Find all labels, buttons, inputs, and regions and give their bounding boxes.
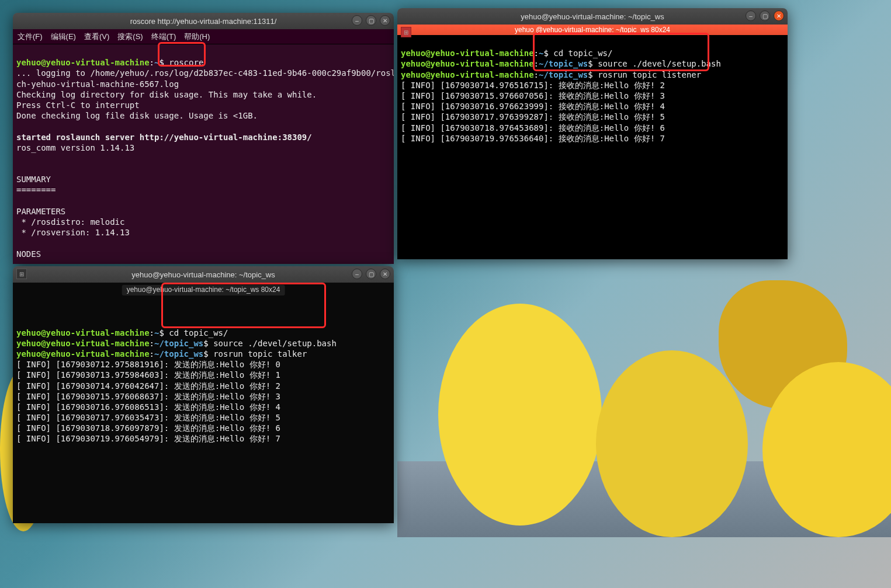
output-line: * /rosversion: 1.14.13: [16, 228, 130, 237]
output-line: ros_comm version 1.14.13: [16, 143, 134, 152]
menu-terminal[interactable]: 终端(T): [151, 32, 176, 42]
window-controls: – ▢ ✕: [352, 15, 390, 26]
command-text: source ./devel/setup.bash: [598, 59, 721, 68]
command-text: source ./devel/setup.bash: [213, 339, 337, 348]
prompt-path: ~/topic_ws: [539, 59, 588, 68]
output-line: Checking log directory for disk usage. T…: [16, 90, 317, 99]
window-title: yehuo@yehuo-virtual-machine: ~/topic_ws: [521, 12, 664, 21]
minimize-button[interactable]: –: [352, 269, 362, 279]
window-controls: – ▢ ✕: [352, 269, 390, 279]
terminal-size-label: yehuo@yehuo-virtual-machine: ~/topic_ws …: [122, 285, 285, 295]
prompt-path: ~/topic_ws: [539, 70, 588, 79]
terminal-body[interactable]: yehuo@yehuo-virtual-machine: ~/topic_ws …: [13, 283, 394, 523]
terminal-window-roscore[interactable]: roscore http://yehuo-virtual-machine:113…: [13, 13, 394, 264]
command-text: roscore: [169, 58, 203, 67]
titlebar[interactable]: ⊞ yehuo@yehuo-virtual-machine: ~/topic_w…: [13, 266, 394, 283]
menu-file[interactable]: 文件(F): [18, 32, 43, 42]
info-line: [ INFO] [1679030718.976453689]: 接收的消息:He…: [401, 123, 665, 133]
window-title: yehuo@yehuo-virtual-machine: ~/topic_ws: [131, 270, 275, 279]
info-line: [ INFO] [1679030719.976054979]: 发送的消息:He…: [16, 434, 280, 443]
minimize-button[interactable]: –: [352, 15, 362, 26]
menu-view[interactable]: 查看(V): [84, 32, 109, 42]
info-line: [ INFO] [1679030715.976068637]: 发送的消息:He…: [16, 392, 280, 401]
info-line: [ INFO] [1679030714.976516715]: 接收的消息:He…: [401, 81, 665, 90]
output-line: ========: [16, 185, 56, 194]
info-line: [ INFO] [1679030713.975984603]: 发送的消息:He…: [16, 370, 280, 380]
window-title: roscore http://yehuo-virtual-machine:113…: [130, 17, 277, 26]
output-line: ch-yehuo-virtual-machine-6567.log: [16, 79, 179, 89]
close-button[interactable]: ✕: [774, 11, 784, 21]
maximize-button[interactable]: ▢: [366, 269, 376, 279]
output-line: Done checking log file disk usage. Usage…: [16, 111, 258, 120]
info-line: [ INFO] [1679030716.976623999]: 接收的消息:He…: [401, 102, 665, 111]
command-text: rosrun topic talker: [213, 349, 307, 359]
prompt-user: yehuo@yehuo-virtual-machine: [401, 48, 534, 58]
info-line: [ INFO] [1679030714.976042647]: 发送的消息:He…: [16, 381, 280, 391]
menubar: 文件(F) 编辑(E) 查看(V) 搜索(S) 终端(T) 帮助(H): [13, 29, 394, 44]
terminal-window-listener[interactable]: yehuo@yehuo-virtual-machine: ~/topic_ws …: [397, 8, 788, 259]
close-button[interactable]: ✕: [380, 269, 390, 279]
output-line: NODES: [16, 249, 41, 259]
info-line: [ INFO] [1679030712.975881916]: 发送的消息:He…: [16, 360, 280, 369]
minimize-button[interactable]: –: [746, 11, 756, 21]
menu-help[interactable]: 帮助(H): [184, 32, 210, 42]
output-line: Press Ctrl-C to interrupt: [16, 100, 140, 110]
split-icon[interactable]: ⊞: [16, 269, 27, 279]
menu-search[interactable]: 搜索(S): [117, 32, 143, 42]
prompt-user: yehuo@yehuo-virtual-machine: [16, 328, 150, 338]
active-tab-bar[interactable]: ⊞ yehuo @yehuo-virtual-machine: ~/topic_…: [397, 25, 788, 35]
prompt-user: yehuo@yehuo-virtual-machine: [401, 59, 534, 68]
bg-shape: [438, 304, 602, 526]
info-line: [ INFO] [1679030719.976536640]: 接收的消息:He…: [401, 134, 665, 143]
prompt-user: yehuo@yehuo-virtual-machine: [16, 339, 150, 348]
output-line: started roslaunch server http://yehuo-vi…: [16, 133, 312, 142]
window-controls: – ▢ ✕: [746, 11, 784, 21]
prompt-user: yehuo@yehuo-virtual-machine: [401, 70, 534, 79]
titlebar[interactable]: roscore http://yehuo-virtual-machine:113…: [13, 13, 394, 29]
split-icon[interactable]: ⊞: [401, 27, 411, 37]
terminal-window-talker[interactable]: ⊞ yehuo@yehuo-virtual-machine: ~/topic_w…: [13, 266, 394, 523]
terminal-body[interactable]: yehuo@yehuo-virtual-machine:~$ cd topic_…: [397, 35, 788, 259]
output-line: SUMMARY: [16, 175, 51, 184]
info-line: [ INFO] [1679030715.976607056]: 接收的消息:He…: [401, 91, 665, 100]
titlebar[interactable]: yehuo@yehuo-virtual-machine: ~/topic_ws …: [397, 8, 788, 25]
info-line: [ INFO] [1679030718.976097879]: 发送的消息:He…: [16, 423, 280, 433]
output-line: * /rosdistro: melodic: [16, 217, 124, 227]
info-line: [ INFO] [1679030717.976399287]: 接收的消息:He…: [401, 112, 665, 121]
command-text: cd topic_ws/: [169, 328, 228, 338]
terminal-size-label: yehuo @yehuo-virtual-machine: ~/topic_ws…: [515, 26, 670, 34]
prompt-path: ~/topic_ws: [154, 339, 203, 348]
output-line: PARAMETERS: [16, 207, 65, 216]
prompt-user: yehuo@yehuo-virtual-machine: [16, 58, 150, 67]
prompt-path: ~/topic_ws: [154, 349, 203, 359]
bg-shape: [596, 350, 748, 537]
maximize-button[interactable]: ▢: [760, 11, 770, 21]
maximize-button[interactable]: ▢: [366, 15, 376, 26]
terminal-body[interactable]: yehuo@yehuo-virtual-machine:~$ roscore .…: [13, 44, 394, 264]
info-line: [ INFO] [1679030717.976035473]: 发送的消息:He…: [16, 413, 280, 422]
close-button[interactable]: ✕: [380, 15, 390, 26]
output-line: ... logging to /home/yehuo/.ros/log/d2b8…: [16, 68, 394, 78]
info-line: [ INFO] [1679030716.976086513]: 发送的消息:He…: [16, 402, 280, 412]
menu-edit[interactable]: 编辑(E): [51, 32, 76, 42]
command-text: cd topic_ws/: [553, 48, 612, 58]
command-text: rosrun topic listener: [598, 70, 701, 79]
prompt-user: yehuo@yehuo-virtual-machine: [16, 349, 150, 359]
